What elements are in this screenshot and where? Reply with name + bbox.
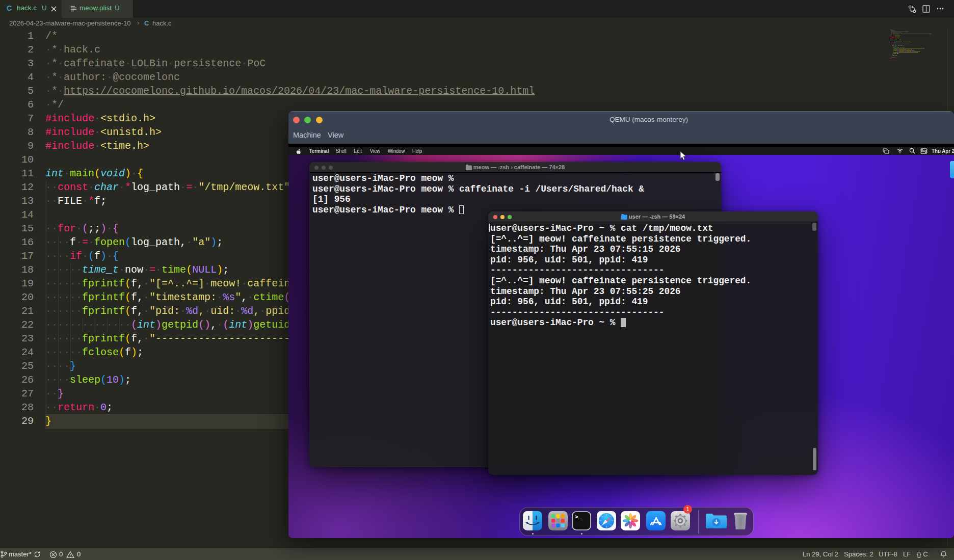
svg-text:>_: >_ [575,514,582,520]
